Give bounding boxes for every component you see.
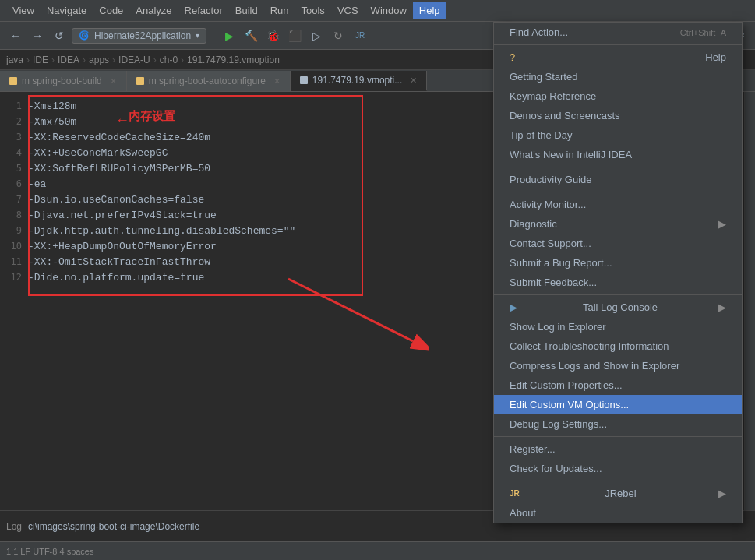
back-button[interactable]: ← (6, 26, 25, 45)
run-button[interactable]: ▶ (220, 26, 238, 45)
tab-spring-boot-build[interactable]: m spring-boot-build ✕ (0, 71, 127, 91)
menu-check-updates[interactable]: Check for Updates... (494, 459, 742, 478)
tab-vmoption[interactable]: 191.7479.19.vmopti... ✕ (291, 71, 427, 91)
edit-custom-vm-label: Edit Custom VM Options... (510, 399, 629, 410)
menu-edit-custom-vm[interactable]: Edit Custom VM Options... (494, 395, 742, 414)
menu-view[interactable]: View (6, 2, 41, 19)
breadcrumb-idea-u[interactable]: IDEA-U (118, 55, 150, 65)
menu-sep-2 (494, 167, 742, 167)
find-action-label: Find Action... (510, 26, 568, 38)
breadcrumb-ch0[interactable]: ch-0 (160, 55, 178, 65)
menu-refactor[interactable]: Refactor (178, 2, 229, 19)
submit-feedback-label: Submit Feedback... (510, 276, 597, 288)
tab-label-3: 191.7479.19.vmopti... (312, 75, 402, 86)
breadcrumb-apps[interactable]: apps (89, 55, 109, 65)
edit-custom-props-label: Edit Custom Properties... (510, 379, 623, 391)
menu-help[interactable]: Help (413, 2, 446, 19)
tab-spring-boot-autoconfigure[interactable]: m spring-boot-autoconfigure ✕ (127, 71, 291, 91)
menu-keymap-reference[interactable]: Keymap Reference (494, 86, 742, 106)
toolbar-divider-2 (376, 28, 376, 44)
help-label: Help (705, 51, 726, 63)
menu-tail-log[interactable]: ▶ Tail Log Console ▶ (494, 298, 742, 317)
log-path: ci\images\spring-boot-ci-image\Dockerfil… (28, 521, 199, 532)
menu-demos-screencasts[interactable]: Demos and Screencasts (494, 106, 742, 125)
breadcrumb-java[interactable]: java (6, 55, 23, 65)
tab-icon-2 (136, 77, 144, 85)
menu-bar: View Navigate Code Analyze Refactor Buil… (0, 0, 755, 22)
jrebel-label: JRebel (605, 488, 636, 499)
getting-started-label: Getting Started (510, 71, 577, 83)
menu-sep-3 (494, 192, 742, 192)
menu-about[interactable]: About (494, 503, 742, 523)
menu-compress-logs[interactable]: Compress Logs and Show in Explorer (494, 356, 742, 375)
help-icon: ? (510, 51, 515, 63)
tab-icon-3 (300, 76, 308, 84)
menu-tip-of-day[interactable]: Tip of the Day (494, 125, 742, 145)
demos-screencasts-label: Demos and Screencasts (510, 110, 620, 122)
menu-show-log[interactable]: Show Log in Explorer (494, 317, 742, 336)
menu-whats-new[interactable]: What's New in IntelliJ IDEA (494, 145, 742, 164)
menu-tools[interactable]: Tools (295, 2, 331, 19)
rerun-button[interactable]: ↻ (329, 26, 348, 45)
whats-new-label: What's New in IntelliJ IDEA (510, 149, 632, 160)
build-button[interactable]: 🔨 (242, 26, 260, 45)
menu-build[interactable]: Build (229, 2, 264, 19)
menu-diagnostic[interactable]: Diagnostic ▶ (494, 214, 742, 234)
status-bar: 1:1 LF UTF-8 4 spaces (0, 541, 755, 560)
right-gutter (744, 92, 755, 510)
log-label: Log (6, 521, 22, 532)
debug-log-label: Debug Log Settings... (510, 418, 607, 430)
menu-analyze[interactable]: Analyze (129, 2, 178, 19)
menu-code[interactable]: Code (93, 2, 129, 19)
dropdown-arrow-icon: ▾ (196, 31, 199, 40)
diagnostic-arrow-icon: ▶ (718, 218, 726, 230)
menu-submit-feedback[interactable]: Submit Feedback... (494, 273, 742, 292)
menu-sep-5 (494, 436, 742, 437)
menu-edit-custom-props[interactable]: Edit Custom Properties... (494, 375, 742, 395)
project-dropdown[interactable]: 🌀 Hibernate52Application ▾ (72, 28, 206, 44)
tab-close-1[interactable]: ✕ (110, 76, 117, 86)
tab-close-3[interactable]: ✕ (410, 76, 417, 86)
refresh-button[interactable]: ↺ (50, 26, 69, 45)
menu-jrebel[interactable]: JR JRebel ▶ (494, 484, 742, 503)
menu-getting-started[interactable]: Getting Started (494, 67, 742, 86)
diagnostic-label: Diagnostic (510, 218, 557, 230)
menu-navigate[interactable]: Navigate (41, 2, 93, 19)
jrebel-arrow-icon: ▶ (718, 488, 726, 499)
menu-register[interactable]: Register... (494, 439, 742, 459)
menu-help[interactable]: ? Help (494, 48, 742, 67)
stop-button[interactable]: ⬛ (285, 26, 304, 45)
breadcrumb-file[interactable]: 191.7479.19.vmoption (187, 55, 280, 65)
menu-activity-monitor[interactable]: Activity Monitor... (494, 195, 742, 214)
contact-support-label: Contact Support... (510, 238, 591, 249)
collect-troubleshooting-label: Collect Troubleshooting Information (510, 340, 669, 352)
debug-button[interactable]: 🐞 (263, 26, 282, 45)
tab-icon-1 (9, 77, 17, 85)
forward-button[interactable]: → (28, 26, 47, 45)
menu-sep-1 (494, 44, 742, 45)
breadcrumb-idea[interactable]: IDEA (58, 55, 79, 65)
menu-vcs[interactable]: VCS (331, 2, 365, 19)
menu-find-action[interactable]: Find Action... Ctrl+Shift+A (494, 23, 742, 42)
play-btn2[interactable]: ▷ (307, 26, 326, 45)
menu-collect-troubleshooting[interactable]: Collect Troubleshooting Information (494, 336, 742, 356)
menu-sep-4 (494, 294, 742, 295)
check-updates-label: Check for Updates... (510, 463, 602, 474)
compress-logs-label: Compress Logs and Show in Explorer (510, 360, 679, 372)
attach-button[interactable]: JR (351, 26, 369, 45)
productivity-guide-label: Productivity Guide (510, 174, 592, 185)
keymap-reference-label: Keymap Reference (510, 90, 596, 102)
menu-sep-6 (494, 481, 742, 481)
menu-run[interactable]: Run (264, 2, 295, 19)
tip-of-day-label: Tip of the Day (510, 129, 572, 141)
menu-submit-bug[interactable]: Submit a Bug Report... (494, 253, 742, 273)
register-label: Register... (510, 443, 556, 455)
breadcrumb-ide[interactable]: IDE (33, 55, 48, 65)
menu-productivity-guide[interactable]: Productivity Guide (494, 170, 742, 189)
jrebel-icon: JR (510, 489, 520, 498)
menu-contact-support[interactable]: Contact Support... (494, 234, 742, 253)
menu-debug-log[interactable]: Debug Log Settings... (494, 414, 742, 434)
toolbar-divider-1 (213, 28, 213, 44)
menu-window[interactable]: Window (365, 2, 413, 19)
tab-close-2[interactable]: ✕ (273, 76, 280, 86)
